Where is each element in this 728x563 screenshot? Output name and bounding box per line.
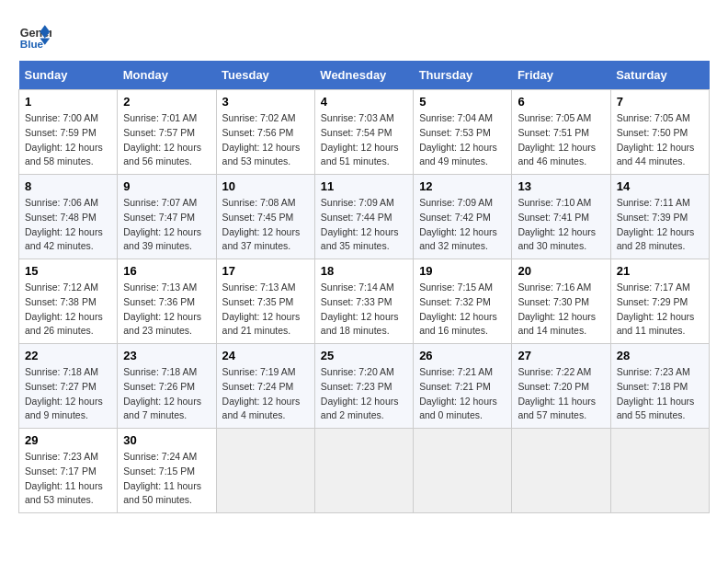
calendar-cell: 18 Sunrise: 7:14 AMSunset: 7:33 PMDaylig… — [314, 259, 413, 344]
calendar-cell: 25 Sunrise: 7:20 AMSunset: 7:23 PMDaylig… — [314, 344, 413, 429]
day-number: 28 — [617, 349, 703, 362]
day-number: 15 — [25, 264, 111, 278]
calendar-cell: 4 Sunrise: 7:03 AMSunset: 7:54 PMDayligh… — [314, 90, 413, 175]
calendar-cell: 26 Sunrise: 7:21 AMSunset: 7:21 PMDaylig… — [414, 344, 512, 429]
day-detail: Sunrise: 7:16 AMSunset: 7:30 PMDaylight:… — [518, 281, 604, 339]
column-header-saturday: Saturday — [610, 61, 709, 90]
day-number: 29 — [25, 433, 111, 447]
day-number: 4 — [321, 95, 407, 109]
calendar-cell: 17 Sunrise: 7:13 AMSunset: 7:35 PMDaylig… — [216, 259, 314, 344]
day-detail: Sunrise: 7:08 AMSunset: 7:45 PMDaylight:… — [222, 196, 309, 254]
day-detail: Sunrise: 7:18 AMSunset: 7:27 PMDaylight:… — [25, 365, 111, 423]
column-header-friday: Friday — [512, 61, 610, 90]
calendar-cell: 30 Sunrise: 7:24 AMSunset: 7:15 PMDaylig… — [118, 429, 216, 513]
column-header-wednesday: Wednesday — [314, 61, 413, 90]
calendar-cell: 12 Sunrise: 7:09 AMSunset: 7:42 PMDaylig… — [414, 175, 512, 259]
calendar-cell: 16 Sunrise: 7:13 AMSunset: 7:36 PMDaylig… — [118, 259, 216, 344]
day-number: 2 — [123, 95, 210, 109]
day-number: 17 — [222, 264, 309, 278]
calendar-cell: 29 Sunrise: 7:23 AMSunset: 7:17 PMDaylig… — [19, 429, 118, 513]
day-detail: Sunrise: 7:17 AMSunset: 7:29 PMDaylight:… — [617, 281, 703, 339]
day-detail: Sunrise: 7:15 AMSunset: 7:32 PMDaylight:… — [419, 281, 506, 339]
day-detail: Sunrise: 7:02 AMSunset: 7:56 PMDaylight:… — [222, 111, 309, 169]
logo: General Blue — [18, 18, 51, 52]
day-number: 11 — [321, 179, 407, 193]
calendar-cell: 24 Sunrise: 7:19 AMSunset: 7:24 PMDaylig… — [216, 344, 314, 429]
day-number: 23 — [123, 349, 210, 362]
day-detail: Sunrise: 7:10 AMSunset: 7:41 PMDaylight:… — [518, 196, 604, 254]
calendar-cell: 19 Sunrise: 7:15 AMSunset: 7:32 PMDaylig… — [414, 259, 512, 344]
day-detail: Sunrise: 7:03 AMSunset: 7:54 PMDaylight:… — [321, 111, 407, 169]
header: General Blue — [18, 18, 710, 52]
calendar-cell: 21 Sunrise: 7:17 AMSunset: 7:29 PMDaylig… — [610, 259, 709, 344]
svg-text:Blue: Blue — [20, 38, 44, 50]
day-detail: Sunrise: 7:00 AMSunset: 7:59 PMDaylight:… — [25, 111, 111, 169]
calendar-cell: 6 Sunrise: 7:05 AMSunset: 7:51 PMDayligh… — [512, 90, 610, 175]
day-number: 16 — [123, 264, 210, 278]
calendar-cell: 28 Sunrise: 7:23 AMSunset: 7:18 PMDaylig… — [610, 344, 709, 429]
column-header-sunday: Sunday — [19, 61, 118, 90]
calendar-cell: 10 Sunrise: 7:08 AMSunset: 7:45 PMDaylig… — [216, 175, 314, 259]
calendar-cell: 23 Sunrise: 7:18 AMSunset: 7:26 PMDaylig… — [118, 344, 216, 429]
day-number: 18 — [321, 264, 407, 278]
day-detail: Sunrise: 7:24 AMSunset: 7:15 PMDaylight:… — [123, 450, 210, 508]
day-detail: Sunrise: 7:22 AMSunset: 7:20 PMDaylight:… — [518, 365, 604, 423]
calendar-cell: 11 Sunrise: 7:09 AMSunset: 7:44 PMDaylig… — [314, 175, 413, 259]
day-detail: Sunrise: 7:04 AMSunset: 7:53 PMDaylight:… — [419, 111, 506, 169]
day-number: 22 — [25, 349, 111, 362]
calendar-cell — [314, 429, 413, 513]
calendar-cell — [414, 429, 512, 513]
calendar-cell: 9 Sunrise: 7:07 AMSunset: 7:47 PMDayligh… — [118, 175, 216, 259]
calendar-cell: 2 Sunrise: 7:01 AMSunset: 7:57 PMDayligh… — [118, 90, 216, 175]
calendar-cell: 3 Sunrise: 7:02 AMSunset: 7:56 PMDayligh… — [216, 90, 314, 175]
logo-icon: General Blue — [18, 18, 51, 52]
day-detail: Sunrise: 7:23 AMSunset: 7:17 PMDaylight:… — [25, 450, 111, 508]
column-header-monday: Monday — [118, 61, 216, 90]
calendar-cell: 8 Sunrise: 7:06 AMSunset: 7:48 PMDayligh… — [19, 175, 118, 259]
day-number: 6 — [518, 95, 604, 109]
day-number: 20 — [518, 264, 604, 278]
day-detail: Sunrise: 7:01 AMSunset: 7:57 PMDaylight:… — [123, 111, 210, 169]
day-number: 26 — [419, 349, 506, 362]
day-number: 25 — [321, 349, 407, 362]
day-detail: Sunrise: 7:21 AMSunset: 7:21 PMDaylight:… — [419, 365, 506, 423]
day-detail: Sunrise: 7:18 AMSunset: 7:26 PMDaylight:… — [123, 365, 210, 423]
calendar-cell: 14 Sunrise: 7:11 AMSunset: 7:39 PMDaylig… — [610, 175, 709, 259]
calendar-cell — [512, 429, 610, 513]
day-detail: Sunrise: 7:05 AMSunset: 7:50 PMDaylight:… — [617, 111, 703, 169]
day-detail: Sunrise: 7:13 AMSunset: 7:35 PMDaylight:… — [222, 281, 309, 339]
calendar-cell: 1 Sunrise: 7:00 AMSunset: 7:59 PMDayligh… — [19, 90, 118, 175]
day-detail: Sunrise: 7:12 AMSunset: 7:38 PMDaylight:… — [25, 281, 111, 339]
day-number: 8 — [25, 179, 111, 193]
day-number: 27 — [518, 349, 604, 362]
calendar-cell — [216, 429, 314, 513]
day-detail: Sunrise: 7:23 AMSunset: 7:18 PMDaylight:… — [617, 365, 703, 423]
day-detail: Sunrise: 7:14 AMSunset: 7:33 PMDaylight:… — [321, 281, 407, 339]
day-number: 19 — [419, 264, 506, 278]
calendar-table: SundayMondayTuesdayWednesdayThursdayFrid… — [18, 61, 710, 513]
calendar-cell — [610, 429, 709, 513]
day-number: 14 — [617, 179, 703, 193]
day-number: 30 — [123, 433, 210, 447]
day-detail: Sunrise: 7:20 AMSunset: 7:23 PMDaylight:… — [321, 365, 407, 423]
day-number: 10 — [222, 179, 309, 193]
day-detail: Sunrise: 7:05 AMSunset: 7:51 PMDaylight:… — [518, 111, 604, 169]
day-detail: Sunrise: 7:13 AMSunset: 7:36 PMDaylight:… — [123, 281, 210, 339]
day-number: 12 — [419, 179, 506, 193]
day-number: 5 — [419, 95, 506, 109]
day-number: 13 — [518, 179, 604, 193]
calendar-cell: 27 Sunrise: 7:22 AMSunset: 7:20 PMDaylig… — [512, 344, 610, 429]
day-number: 3 — [222, 95, 309, 109]
calendar-cell: 22 Sunrise: 7:18 AMSunset: 7:27 PMDaylig… — [19, 344, 118, 429]
day-detail: Sunrise: 7:09 AMSunset: 7:42 PMDaylight:… — [419, 196, 506, 254]
column-header-thursday: Thursday — [414, 61, 512, 90]
day-detail: Sunrise: 7:09 AMSunset: 7:44 PMDaylight:… — [321, 196, 407, 254]
day-detail: Sunrise: 7:06 AMSunset: 7:48 PMDaylight:… — [25, 196, 111, 254]
day-number: 7 — [617, 95, 703, 109]
column-header-tuesday: Tuesday — [216, 61, 314, 90]
day-number: 9 — [123, 179, 210, 193]
day-detail: Sunrise: 7:07 AMSunset: 7:47 PMDaylight:… — [123, 196, 210, 254]
day-detail: Sunrise: 7:19 AMSunset: 7:24 PMDaylight:… — [222, 365, 309, 423]
day-number: 1 — [25, 95, 111, 109]
day-number: 24 — [222, 349, 309, 362]
